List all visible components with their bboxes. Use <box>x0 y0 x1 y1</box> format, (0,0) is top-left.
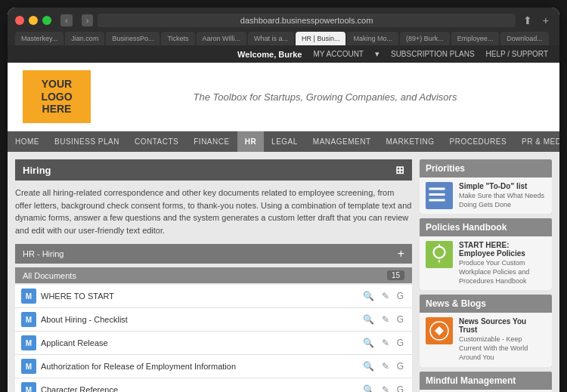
doc-count-badge: 15 <box>387 270 404 280</box>
search-doc-button[interactable]: 🔍 <box>361 313 376 326</box>
close-dot[interactable] <box>15 16 24 25</box>
browser-tab[interactable]: Making Mo... <box>347 32 398 45</box>
edit-doc-button[interactable]: ✎ <box>380 290 392 302</box>
browser-tab[interactable]: Jian.com <box>65 32 104 45</box>
add-subsection-button[interactable]: + <box>398 248 404 260</box>
nav-item-management[interactable]: MANAGEMENT <box>305 131 379 152</box>
help-support-link[interactable]: HELP / SUPPORT <box>486 50 548 58</box>
back-button[interactable]: ‹ <box>60 14 73 26</box>
search-doc-button[interactable]: 🔍 <box>361 384 376 392</box>
nav-item-home[interactable]: HOME <box>8 131 47 152</box>
widget-text-policies: START HERE: Employee PoliciesProduce You… <box>459 241 546 286</box>
svg-rect-2 <box>429 199 445 202</box>
widget-icon-policies <box>426 241 453 268</box>
edit-doc-button[interactable]: ✎ <box>380 360 392 372</box>
search-doc-button[interactable]: 🔍 <box>361 360 376 372</box>
browser-tab[interactable]: Tickets <box>161 32 194 45</box>
widget-description-priorities: Make Sure that What Needs Doing Gets Don… <box>459 192 546 209</box>
nav-item-procedures[interactable]: PROCEDURES <box>442 131 514 152</box>
doc-left: MCharacter Reference <box>21 382 118 392</box>
widget-header-policies: Policies Handbook <box>420 218 552 236</box>
doc-type-icon: M <box>21 289 36 304</box>
google-doc-button[interactable]: G <box>395 337 406 349</box>
doc-type-icon: M <box>21 359 36 374</box>
browser-tab[interactable]: HR | Busin... <box>296 32 345 45</box>
doc-actions: 🔍✎G <box>361 360 406 372</box>
sidebar-widget-policies[interactable]: Policies HandbookSTART HERE: Employee Po… <box>420 218 552 290</box>
search-doc-button[interactable]: 🔍 <box>361 290 376 302</box>
edit-doc-button[interactable]: ✎ <box>380 337 392 349</box>
doc-left: MWHERE TO START <box>21 289 114 304</box>
edit-doc-button[interactable]: ✎ <box>380 313 392 326</box>
browser-chrome: ‹ › ⬆ + Masterkey...Jian.comBusinessPo..… <box>8 8 559 45</box>
browser-tab[interactable]: Download... <box>500 32 549 45</box>
nav-item-hr[interactable]: HR <box>237 131 264 152</box>
browser-window: ‹ › ⬆ + Masterkey...Jian.comBusinessPo..… <box>8 8 559 392</box>
google-doc-button[interactable]: G <box>395 313 406 326</box>
doc-actions: 🔍✎G <box>361 384 406 392</box>
doc-actions: 🔍✎G <box>361 337 406 349</box>
google-doc-button[interactable]: G <box>395 290 406 302</box>
svg-rect-1 <box>429 193 445 196</box>
google-doc-button[interactable]: G <box>395 384 406 392</box>
browser-tab[interactable]: (89+) Burk... <box>400 32 450 45</box>
logo-box: Your Logo Here <box>23 70 91 123</box>
widget-icon-priorities <box>426 182 453 209</box>
browser-tab[interactable]: What is a... <box>248 32 294 45</box>
edit-doc-button[interactable]: ✎ <box>380 384 392 392</box>
left-content: Hiring ⊞ Create all hiring-related corre… <box>15 159 412 392</box>
browser-tab[interactable]: Employee... <box>451 32 500 45</box>
forward-button[interactable]: › <box>82 14 94 26</box>
minimize-dot[interactable] <box>29 16 38 25</box>
doc-type-icon: M <box>21 312 36 327</box>
nav-item-legal[interactable]: LEGAL <box>264 131 305 152</box>
widget-title-policies: START HERE: Employee Policies <box>459 241 546 258</box>
table-row: MApplicant Release🔍✎G <box>15 332 412 355</box>
doc-left: MAbout Hiring - Checklist <box>21 312 128 327</box>
doc-name[interactable]: Authorization for Release of Employment … <box>41 362 236 371</box>
top-bar-separator: ▾ <box>375 49 380 59</box>
section-description: Create all hiring-related correspondence… <box>15 187 412 236</box>
subsection-label: HR - Hiring <box>23 249 64 258</box>
nav-item-pr---media[interactable]: PR & MEDIA <box>514 131 559 152</box>
table-row: MCharacter Reference🔍✎G <box>15 378 412 392</box>
doc-name[interactable]: Character Reference <box>41 385 118 392</box>
browser-tab[interactable]: Aaron Willi... <box>197 32 247 45</box>
doc-actions: 🔍✎G <box>361 290 406 302</box>
sidebar-widget-mindful[interactable]: Mindful ManagementRare and Valuable Wisd… <box>420 372 552 393</box>
widget-title-priorities: Simple "To-Do" list <box>459 182 546 190</box>
sidebar-widget-priorities[interactable]: PrioritiesSimple "To-Do" listMake Sure t… <box>420 159 552 214</box>
svg-point-3 <box>434 247 445 258</box>
nav-item-finance[interactable]: FINANCE <box>186 131 237 152</box>
new-tab-button[interactable]: + <box>540 14 552 26</box>
doc-type-icon: M <box>21 382 36 392</box>
address-bar[interactable] <box>98 14 515 27</box>
doc-name[interactable]: About Hiring - Checklist <box>41 315 128 324</box>
doc-name[interactable]: Applicant Release <box>41 338 108 347</box>
maximize-dot[interactable] <box>42 16 51 25</box>
share-button[interactable]: ⬆ <box>520 14 535 26</box>
browser-controls: ‹ › ⬆ + <box>15 14 552 27</box>
google-doc-button[interactable]: G <box>395 360 406 372</box>
site-tagline: The Toolbox for Startups, Growing Compan… <box>106 91 544 103</box>
widget-header-news: News & Blogs <box>420 295 552 313</box>
widget-header-priorities: Priorities <box>420 159 552 177</box>
my-account-link[interactable]: MY ACCOUNT <box>313 50 364 58</box>
search-doc-button[interactable]: 🔍 <box>361 337 376 349</box>
browser-tab[interactable]: BusinessPo... <box>106 32 160 45</box>
widget-description-policies: Produce Your Custom Workplace Policies a… <box>459 259 546 286</box>
nav-item-marketing[interactable]: MARKETING <box>379 131 442 152</box>
widget-body-mindful: Rare and Valuable WisdomConsciously Cura… <box>420 390 552 393</box>
nav-item-contacts[interactable]: CONTACTS <box>127 131 186 152</box>
svg-rect-0 <box>429 188 445 190</box>
section-header: Hiring ⊞ <box>15 159 412 181</box>
widget-body-policies: START HERE: Employee PoliciesProduce You… <box>420 236 552 290</box>
doc-name[interactable]: WHERE TO START <box>41 292 114 301</box>
widget-description-news: Customizable - Keep Current With the Wor… <box>459 335 546 362</box>
sidebar-widget-news[interactable]: News & BlogsNews Sources You TrustCustom… <box>420 295 552 366</box>
section-expand-icon[interactable]: ⊞ <box>395 164 404 176</box>
browser-tab[interactable]: Masterkey... <box>15 32 64 45</box>
nav-item-business-plan[interactable]: BUSINESS PLAN <box>47 131 127 152</box>
subscription-plans-link[interactable]: SUBSCRIPTION PLANS <box>391 50 475 58</box>
docs-list: MWHERE TO START🔍✎GMAbout Hiring - Checkl… <box>15 285 412 392</box>
